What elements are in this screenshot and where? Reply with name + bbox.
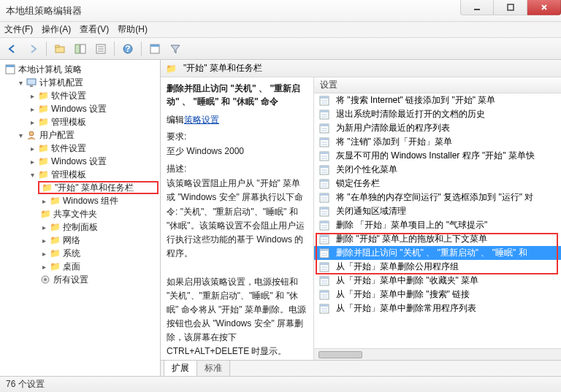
tree-item[interactable]: ▸📁管理模板 bbox=[26, 115, 159, 128]
folder-icon: 📁 bbox=[165, 63, 177, 74]
export-list-button[interactable] bbox=[91, 40, 110, 58]
tree-item[interactable]: ▸📁系统 bbox=[38, 247, 159, 260]
svg-rect-40 bbox=[320, 152, 329, 154]
svg-rect-32 bbox=[320, 124, 329, 126]
properties-button[interactable] bbox=[145, 40, 164, 58]
settings-row[interactable]: 为新用户清除最近的程序列表 bbox=[314, 121, 561, 135]
tree-computer-config[interactable]: ▾ 计算机配置 bbox=[15, 76, 159, 89]
settings-row[interactable]: 删除 「开始」菜单项目上的 "气球提示" bbox=[314, 218, 561, 232]
settings-row[interactable]: 删除 "开始" 菜单上的拖放和上下文菜单 bbox=[314, 232, 561, 246]
settings-row-label: 灰显不可用的 Windows Installer 程序 "开始" 菜单快 bbox=[336, 150, 535, 162]
policy-item-icon bbox=[318, 95, 330, 107]
menu-file[interactable]: 文件(F) bbox=[4, 23, 33, 36]
collapse-icon[interactable]: ▾ bbox=[28, 170, 37, 179]
menu-action[interactable]: 操作(A) bbox=[42, 23, 71, 36]
tree-root[interactable]: 本地计算机 策略 bbox=[3, 63, 159, 76]
settings-row-label: 将 "在单独的内存空间运行" 复选框添加到 "运行" 对 bbox=[336, 191, 533, 204]
tab-extended[interactable]: 扩展 bbox=[164, 361, 197, 376]
svg-rect-24 bbox=[320, 96, 329, 99]
folder-icon: 📁 bbox=[39, 208, 51, 220]
settings-row[interactable]: 关闭通知区域清理 bbox=[314, 204, 561, 218]
console-tree[interactable]: 本地计算机 策略 ▾ 计算机配置 ▸📁软件设置 ▸📁Windows 设置 ▸📁管… bbox=[0, 60, 161, 376]
tree-admin-templates[interactable]: ▾📁管理模板 bbox=[26, 168, 159, 181]
tree-item[interactable]: ▸📁Windows 设置 bbox=[26, 155, 159, 168]
tree-item[interactable]: ▸📁软件设置 bbox=[26, 89, 159, 102]
tree-item[interactable]: ▸📁软件设置 bbox=[26, 142, 159, 155]
settings-row-label: 删除 「开始」菜单项目上的 "气球提示" bbox=[336, 219, 487, 231]
maximize-button[interactable] bbox=[494, 0, 527, 15]
tree-item[interactable]: 📁共享文件夹 bbox=[38, 207, 159, 220]
minimize-button[interactable] bbox=[460, 0, 494, 15]
settings-list: 设置 将 "搜索 Internet" 链接添加到 "开始" 菜单退出系统时清除最… bbox=[314, 77, 561, 360]
settings-row-label: 从「开始」菜单删除公用程序组 bbox=[336, 261, 459, 273]
svg-rect-5 bbox=[56, 45, 59, 47]
tree-item[interactable]: ▸📁Windows 组件 bbox=[38, 194, 159, 207]
settings-icon bbox=[39, 274, 51, 285]
settings-row[interactable]: 从「开始」菜单删除公用程序组 bbox=[314, 260, 561, 274]
settings-column-header[interactable]: 设置 bbox=[314, 77, 561, 93]
expand-icon[interactable]: ▸ bbox=[28, 157, 37, 166]
settings-row[interactable]: 从「开始」菜单中删除常用程序列表 bbox=[314, 301, 561, 315]
tree-start-menu-taskbar[interactable]: 📁"开始" 菜单和任务栏 bbox=[38, 181, 159, 194]
policy-item-icon bbox=[318, 164, 330, 176]
svg-rect-56 bbox=[320, 207, 329, 210]
tree-item[interactable]: ▸📁Windows 设置 bbox=[26, 102, 159, 115]
user-icon bbox=[26, 129, 37, 141]
menu-view[interactable]: 查看(V) bbox=[80, 23, 109, 36]
filter-button[interactable] bbox=[166, 40, 185, 58]
policy-item-icon bbox=[318, 206, 330, 218]
expand-icon[interactable]: ▸ bbox=[39, 196, 48, 205]
separator bbox=[46, 42, 47, 56]
back-button[interactable] bbox=[3, 40, 22, 58]
folder-icon: 📁 bbox=[49, 221, 61, 233]
svg-rect-80 bbox=[320, 291, 329, 293]
expand-icon[interactable]: ▸ bbox=[28, 144, 37, 153]
forward-button[interactable] bbox=[23, 40, 42, 58]
settings-row-label: 锁定任务栏 bbox=[336, 177, 380, 190]
settings-row-label: 删除 "开始" 菜单上的拖放和上下文菜单 bbox=[336, 233, 487, 245]
help-button[interactable]: ? bbox=[118, 40, 137, 58]
tree-user-config[interactable]: ▾ 用户配置 bbox=[15, 128, 159, 142]
expand-icon[interactable]: ▸ bbox=[28, 91, 37, 100]
policy-item-icon bbox=[318, 247, 330, 259]
settings-row[interactable]: 将 "搜索 Internet" 链接添加到 "开始" 菜单 bbox=[314, 93, 561, 107]
settings-list-body[interactable]: 将 "搜索 Internet" 链接添加到 "开始" 菜单退出系统时清除最近打开… bbox=[314, 93, 561, 348]
svg-rect-0 bbox=[474, 9, 480, 10]
menu-help[interactable]: 帮助(H) bbox=[118, 23, 148, 36]
policy-item-icon bbox=[318, 261, 330, 273]
settings-row[interactable]: 锁定任务栏 bbox=[314, 177, 561, 191]
collapse-icon[interactable]: ▾ bbox=[16, 131, 25, 139]
expand-icon[interactable]: ▸ bbox=[39, 223, 48, 231]
edit-policy-link[interactable]: 策略设置 bbox=[184, 115, 219, 125]
tree-item-all-settings[interactable]: 所有设置 bbox=[38, 273, 159, 286]
tree-item[interactable]: ▸📁网络 bbox=[38, 234, 159, 247]
svg-rect-15 bbox=[150, 45, 159, 47]
expand-icon[interactable]: ▸ bbox=[39, 262, 48, 271]
settings-row-label: 将 "搜索 Internet" 链接添加到 "开始" 菜单 bbox=[336, 94, 495, 107]
close-button[interactable] bbox=[527, 0, 561, 15]
horizontal-scrollbar[interactable] bbox=[314, 348, 561, 360]
tree-item[interactable]: ▸📁桌面 bbox=[38, 260, 159, 273]
show-hide-tree-button[interactable] bbox=[71, 40, 90, 58]
settings-row[interactable]: 将 "注销" 添加到「开始」菜单 bbox=[314, 135, 561, 149]
window-buttons bbox=[460, 0, 561, 21]
settings-row[interactable]: 关闭个性化菜单 bbox=[314, 163, 561, 177]
requirements-value: 至少 Windows 2000 bbox=[167, 145, 308, 158]
expand-icon[interactable]: ▸ bbox=[39, 249, 48, 258]
tree-item[interactable]: ▸📁控制面板 bbox=[38, 220, 159, 234]
settings-row[interactable]: 灰显不可用的 Windows Installer 程序 "开始" 菜单快 bbox=[314, 149, 561, 163]
expand-icon[interactable]: ▸ bbox=[28, 104, 37, 113]
settings-row[interactable]: 退出系统时清除最近打开的文档的历史 bbox=[314, 107, 561, 121]
settings-row-label: 将 "注销" 添加到「开始」菜单 bbox=[336, 136, 452, 148]
settings-row[interactable]: 从「开始」菜单中删除 "搜索" 链接 bbox=[314, 288, 561, 301]
up-button[interactable] bbox=[50, 40, 69, 58]
collapse-icon[interactable]: ▾ bbox=[16, 78, 25, 87]
expand-icon[interactable]: ▸ bbox=[28, 118, 37, 126]
tab-standard[interactable]: 标准 bbox=[196, 361, 230, 376]
settings-row[interactable]: 删除并阻止访问 "关机" 、 "重新启动" 、 "睡眠" 和 bbox=[314, 246, 561, 260]
separator bbox=[141, 42, 142, 56]
expand-icon[interactable]: ▸ bbox=[39, 236, 48, 245]
scrollbar-thumb[interactable] bbox=[318, 351, 362, 358]
settings-row[interactable]: 将 "在单独的内存空间运行" 复选框添加到 "运行" 对 bbox=[314, 191, 561, 204]
settings-row[interactable]: 从「开始」菜单中删除 "收藏夹" 菜单 bbox=[314, 274, 561, 288]
